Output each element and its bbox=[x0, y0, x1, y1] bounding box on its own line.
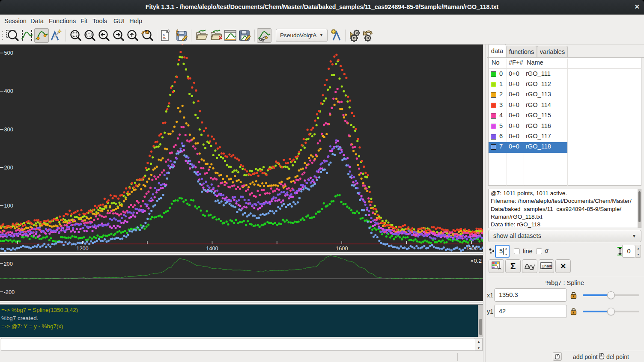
svg-text:1800: 1800 bbox=[465, 245, 477, 252]
svg-text:×0.2: ×0.2 bbox=[470, 258, 482, 264]
svg-text:200: 200 bbox=[4, 261, 13, 267]
svg-text:100: 100 bbox=[4, 202, 13, 209]
svg-text:1600: 1600 bbox=[336, 245, 348, 252]
svg-text:300: 300 bbox=[4, 126, 13, 133]
svg-text:1200: 1200 bbox=[76, 245, 88, 252]
svg-text:1400: 1400 bbox=[206, 245, 218, 252]
svg-text:-200: -200 bbox=[4, 289, 15, 295]
svg-text:200: 200 bbox=[4, 164, 13, 171]
svg-text:400: 400 bbox=[4, 88, 13, 94]
svg-text:500: 500 bbox=[4, 50, 13, 56]
svg-text:Inam: Inam bbox=[542, 264, 552, 269]
